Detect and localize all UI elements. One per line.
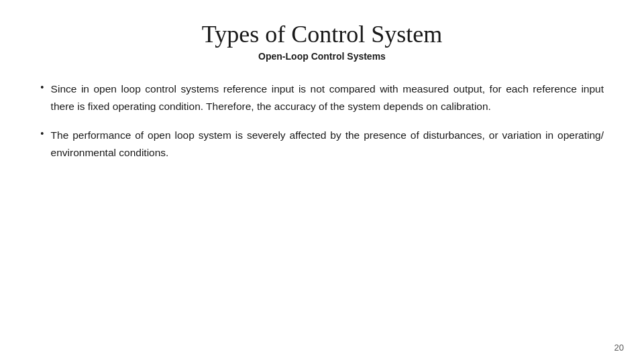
bullet-text-1: Since in open loop control systems refer… (51, 80, 604, 115)
bullet-symbol-2: • (40, 128, 44, 140)
bullet-item-2: • The performance of open loop system is… (40, 127, 604, 161)
bullet-item-1: • Since in open loop control systems ref… (40, 80, 604, 115)
page-number: 20 (614, 343, 624, 353)
subtitle: Open-Loop Control Systems (258, 51, 386, 62)
bullet-text-2: The performance of open loop system is s… (51, 127, 604, 161)
content-area: • Since in open loop control systems ref… (40, 80, 604, 161)
bullet-symbol-1: • (40, 82, 44, 94)
main-title: Types of Control System (202, 20, 442, 48)
slide: Types of Control System Open-Loop Contro… (0, 0, 644, 362)
